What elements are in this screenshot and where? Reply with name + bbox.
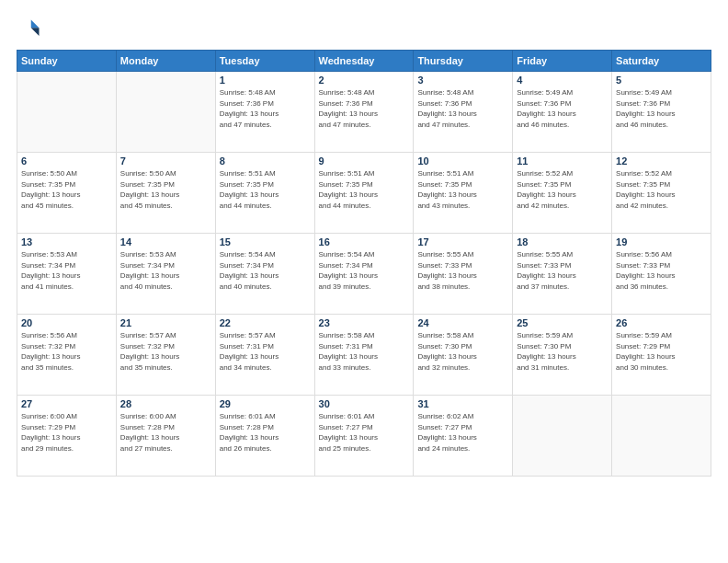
day-info: Sunrise: 5:54 AM Sunset: 7:34 PM Dayligh…: [319, 249, 410, 292]
day-cell: 14Sunrise: 5:53 AM Sunset: 7:34 PM Dayli…: [116, 234, 215, 315]
day-cell: 1Sunrise: 5:48 AM Sunset: 7:36 PM Daylig…: [215, 72, 314, 153]
day-cell: 15Sunrise: 5:54 AM Sunset: 7:34 PM Dayli…: [215, 234, 314, 315]
day-number: 26: [616, 317, 707, 328]
day-number: 4: [517, 75, 608, 86]
day-info: Sunrise: 5:58 AM Sunset: 7:31 PM Dayligh…: [319, 330, 410, 373]
day-info: Sunrise: 5:48 AM Sunset: 7:36 PM Dayligh…: [417, 87, 508, 130]
day-number: 17: [417, 236, 508, 247]
day-info: Sunrise: 5:54 AM Sunset: 7:34 PM Dayligh…: [220, 249, 311, 292]
day-number: 7: [120, 155, 211, 167]
day-number: 27: [21, 398, 112, 409]
page: SundayMondayTuesdayWednesdayThursdayFrid…: [0, 0, 728, 563]
day-cell: 28Sunrise: 6:00 AM Sunset: 7:28 PM Dayli…: [116, 396, 215, 477]
day-cell: 6Sunrise: 5:50 AM Sunset: 7:35 PM Daylig…: [17, 153, 117, 234]
day-cell: 24Sunrise: 5:58 AM Sunset: 7:30 PM Dayli…: [414, 315, 513, 396]
day-number: 3: [417, 75, 508, 86]
week-row-3: 13Sunrise: 5:53 AM Sunset: 7:34 PM Dayli…: [17, 234, 711, 315]
day-number: 2: [319, 75, 410, 86]
day-info: Sunrise: 5:48 AM Sunset: 7:36 PM Dayligh…: [319, 87, 410, 130]
day-info: Sunrise: 5:51 AM Sunset: 7:35 PM Dayligh…: [319, 168, 410, 211]
day-info: Sunrise: 5:51 AM Sunset: 7:35 PM Dayligh…: [220, 168, 311, 211]
day-cell: 2Sunrise: 5:48 AM Sunset: 7:36 PM Daylig…: [314, 72, 414, 153]
day-info: Sunrise: 5:50 AM Sunset: 7:35 PM Dayligh…: [120, 168, 211, 211]
day-number: 6: [21, 155, 112, 167]
week-row-2: 6Sunrise: 5:50 AM Sunset: 7:35 PM Daylig…: [17, 153, 711, 234]
day-number: 22: [220, 317, 311, 328]
day-number: 21: [120, 317, 211, 328]
day-number: 25: [517, 317, 608, 328]
day-info: Sunrise: 6:00 AM Sunset: 7:29 PM Dayligh…: [21, 411, 112, 454]
day-number: 29: [220, 398, 311, 409]
day-cell: 11Sunrise: 5:52 AM Sunset: 7:35 PM Dayli…: [513, 153, 612, 234]
day-cell: [116, 72, 215, 153]
day-info: Sunrise: 5:50 AM Sunset: 7:35 PM Dayligh…: [21, 168, 112, 211]
day-info: Sunrise: 6:01 AM Sunset: 7:27 PM Dayligh…: [319, 411, 410, 454]
day-cell: 26Sunrise: 5:59 AM Sunset: 7:29 PM Dayli…: [612, 315, 711, 396]
day-info: Sunrise: 5:52 AM Sunset: 7:35 PM Dayligh…: [616, 168, 707, 211]
day-info: Sunrise: 5:53 AM Sunset: 7:34 PM Dayligh…: [120, 249, 211, 292]
svg-marker-1: [31, 28, 40, 36]
day-info: Sunrise: 5:57 AM Sunset: 7:32 PM Dayligh…: [120, 330, 211, 373]
day-cell: 5Sunrise: 5:49 AM Sunset: 7:36 PM Daylig…: [612, 72, 711, 153]
day-number: 14: [120, 236, 211, 247]
week-row-4: 20Sunrise: 5:56 AM Sunset: 7:32 PM Dayli…: [17, 315, 711, 396]
day-number: 1: [220, 75, 311, 86]
day-info: Sunrise: 5:57 AM Sunset: 7:31 PM Dayligh…: [220, 330, 311, 373]
day-number: 23: [319, 317, 410, 328]
day-cell: 12Sunrise: 5:52 AM Sunset: 7:35 PM Dayli…: [612, 153, 711, 234]
day-cell: 21Sunrise: 5:57 AM Sunset: 7:32 PM Dayli…: [116, 315, 215, 396]
day-number: 30: [319, 398, 410, 409]
day-info: Sunrise: 5:48 AM Sunset: 7:36 PM Dayligh…: [220, 87, 311, 130]
day-number: 11: [517, 155, 608, 167]
logo: [17, 17, 46, 42]
day-number: 9: [319, 155, 410, 167]
day-cell: 8Sunrise: 5:51 AM Sunset: 7:35 PM Daylig…: [215, 153, 314, 234]
day-cell: [17, 72, 117, 153]
day-cell: 27Sunrise: 6:00 AM Sunset: 7:29 PM Dayli…: [17, 396, 117, 477]
day-info: Sunrise: 5:59 AM Sunset: 7:29 PM Dayligh…: [616, 330, 707, 373]
weekday-header-friday: Friday: [513, 51, 612, 72]
day-info: Sunrise: 5:53 AM Sunset: 7:34 PM Dayligh…: [21, 249, 112, 292]
day-cell: 3Sunrise: 5:48 AM Sunset: 7:36 PM Daylig…: [414, 72, 513, 153]
weekday-header-saturday: Saturday: [612, 51, 711, 72]
weekday-header-wednesday: Wednesday: [314, 51, 414, 72]
weekday-header-tuesday: Tuesday: [215, 51, 314, 72]
day-info: Sunrise: 5:52 AM Sunset: 7:35 PM Dayligh…: [517, 168, 608, 211]
day-number: 8: [220, 155, 311, 167]
day-number: 28: [120, 398, 211, 409]
day-cell: 31Sunrise: 6:02 AM Sunset: 7:27 PM Dayli…: [414, 396, 513, 477]
day-cell: 16Sunrise: 5:54 AM Sunset: 7:34 PM Dayli…: [314, 234, 414, 315]
day-cell: 29Sunrise: 6:01 AM Sunset: 7:28 PM Dayli…: [215, 396, 314, 477]
day-cell: 30Sunrise: 6:01 AM Sunset: 7:27 PM Dayli…: [314, 396, 414, 477]
day-info: Sunrise: 6:01 AM Sunset: 7:28 PM Dayligh…: [220, 411, 311, 454]
day-cell: 25Sunrise: 5:59 AM Sunset: 7:30 PM Dayli…: [513, 315, 612, 396]
day-number: 10: [417, 155, 508, 167]
day-cell: 20Sunrise: 5:56 AM Sunset: 7:32 PM Dayli…: [17, 315, 117, 396]
day-number: 19: [616, 236, 707, 247]
day-cell: 10Sunrise: 5:51 AM Sunset: 7:35 PM Dayli…: [414, 153, 513, 234]
calendar-table: SundayMondayTuesdayWednesdayThursdayFrid…: [17, 50, 711, 477]
day-cell: 4Sunrise: 5:49 AM Sunset: 7:36 PM Daylig…: [513, 72, 612, 153]
logo-icon: [17, 17, 42, 42]
weekday-header-row: SundayMondayTuesdayWednesdayThursdayFrid…: [17, 51, 711, 72]
day-cell: [612, 396, 711, 477]
day-cell: 18Sunrise: 5:55 AM Sunset: 7:33 PM Dayli…: [513, 234, 612, 315]
day-info: Sunrise: 5:55 AM Sunset: 7:33 PM Dayligh…: [517, 249, 608, 292]
day-number: 5: [616, 75, 707, 86]
day-number: 24: [417, 317, 508, 328]
day-number: 15: [220, 236, 311, 247]
weekday-header-monday: Monday: [116, 51, 215, 72]
day-cell: 23Sunrise: 5:58 AM Sunset: 7:31 PM Dayli…: [314, 315, 414, 396]
day-info: Sunrise: 5:49 AM Sunset: 7:36 PM Dayligh…: [616, 87, 707, 130]
day-info: Sunrise: 5:49 AM Sunset: 7:36 PM Dayligh…: [517, 87, 608, 130]
weekday-header-sunday: Sunday: [17, 51, 117, 72]
header: [17, 17, 711, 42]
day-cell: 22Sunrise: 5:57 AM Sunset: 7:31 PM Dayli…: [215, 315, 314, 396]
weekday-header-thursday: Thursday: [414, 51, 513, 72]
day-number: 12: [616, 155, 707, 167]
day-cell: 7Sunrise: 5:50 AM Sunset: 7:35 PM Daylig…: [116, 153, 215, 234]
svg-marker-0: [31, 20, 40, 29]
week-row-1: 1Sunrise: 5:48 AM Sunset: 7:36 PM Daylig…: [17, 72, 711, 153]
day-number: 13: [21, 236, 112, 247]
week-row-5: 27Sunrise: 6:00 AM Sunset: 7:29 PM Dayli…: [17, 396, 711, 477]
